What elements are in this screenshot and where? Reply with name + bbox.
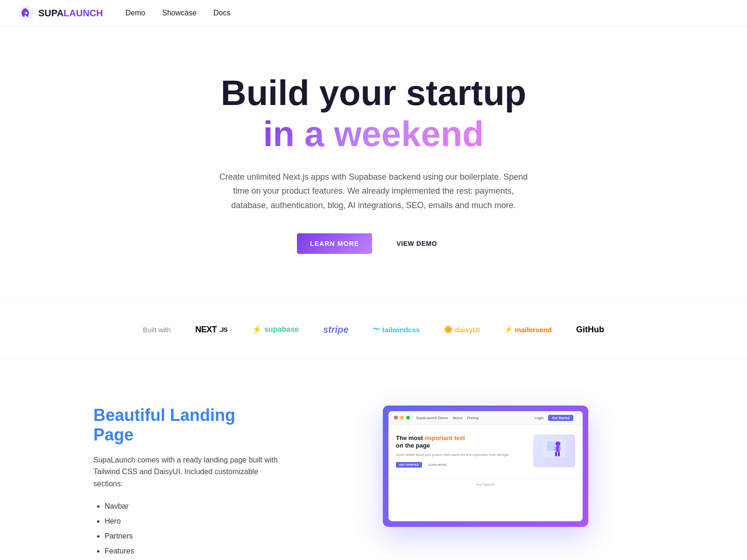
partner-supabase: ⚡ supabase xyxy=(252,324,299,335)
mockup-login: Login xyxy=(535,416,544,420)
hero-title-line1: Build your startup xyxy=(221,73,526,112)
browser-nav: SupaLaunch Demo About Pricing Login Get … xyxy=(412,415,577,421)
mockup-heading: The most important text on the page xyxy=(396,434,529,450)
browser-mockup: SupaLaunch Demo About Pricing Login Get … xyxy=(383,406,588,527)
nav-links: Demo Showcase Docs xyxy=(126,9,231,17)
svg-point-4 xyxy=(556,441,560,446)
mailersend-icon: ⚡ xyxy=(504,325,513,334)
svg-rect-7 xyxy=(558,447,560,451)
mockup-secondary-btn: LEARN MORE xyxy=(425,462,450,468)
browser-inner: SupaLaunch Demo About Pricing Login Get … xyxy=(388,411,583,521)
svg-point-1 xyxy=(25,12,28,14)
browser-content: The most important text on the page Some… xyxy=(388,425,583,477)
partner-stripe: stripe xyxy=(323,324,348,335)
features-section: Beautiful Landing Page SupaLaunch comes … xyxy=(0,368,747,560)
partner-mailersend: ⚡ mailersend xyxy=(504,325,552,334)
dot-yellow xyxy=(400,416,404,420)
mockup-cta: Get Started xyxy=(548,415,573,421)
view-demo-button[interactable]: VIEW DEMO xyxy=(383,233,450,254)
dot-green xyxy=(406,416,410,420)
hero-title-line2: in a weekend xyxy=(263,112,484,155)
learn-more-button[interactable]: LEARN MORE xyxy=(297,233,372,254)
mockup-subtext: Some details about your product that mak… xyxy=(396,453,529,457)
mockup-primary-btn: GET STARTED xyxy=(396,462,422,468)
svg-rect-9 xyxy=(558,452,560,456)
hero-buttons: LEARN MORE VIEW DEMO xyxy=(297,233,450,254)
partners-strip: Built with NEXT.JS ⚡ supabase stripe 〜 t… xyxy=(0,301,747,359)
list-item: Navbar xyxy=(105,499,280,514)
navbar: SUPALAUNCH Demo Showcase Docs xyxy=(0,0,747,27)
tailwind-icon: 〜 xyxy=(373,325,380,335)
logo-supa: SUPA xyxy=(38,8,63,18)
mockup-buttons: GET STARTED LEARN MORE xyxy=(396,462,529,468)
nav-item-demo[interactable]: Demo xyxy=(126,9,146,17)
partner-daisy: 🌼 daisyUI xyxy=(444,325,479,334)
browser-text-area: The most important text on the page Some… xyxy=(396,434,529,468)
svg-rect-8 xyxy=(555,452,557,456)
browser-illustration xyxy=(533,434,575,467)
features-list: Navbar Hero Partners Features Pricing FA… xyxy=(93,499,280,560)
nav-item-docs[interactable]: Docs xyxy=(213,9,230,17)
list-item: Hero xyxy=(105,514,280,529)
illustration-svg xyxy=(540,437,568,465)
browser-bar: SupaLaunch Demo About Pricing Login Get … xyxy=(388,411,583,425)
features-description: SupaLaunch comes with a ready landing pa… xyxy=(93,454,280,490)
partner-github: GitHub xyxy=(576,325,604,335)
mockup-pricing: Pricing xyxy=(467,416,478,420)
features-title: Beautiful Landing Page xyxy=(93,406,280,445)
list-item: Features xyxy=(105,544,280,559)
nav-item-showcase[interactable]: Showcase xyxy=(162,9,197,17)
partner-tailwind: 〜 tailwindcss xyxy=(373,325,420,335)
partner-nextjs: NEXT.JS xyxy=(195,325,227,335)
hero-section: Build your startup in a weekend Create u… xyxy=(0,27,747,291)
mockup-partner-footer: Our Partners xyxy=(388,479,583,490)
hero-description: Create unlimited Next.js apps with Supab… xyxy=(215,170,532,213)
list-item: Partners xyxy=(105,529,280,544)
mockup-about: About xyxy=(453,416,463,420)
supabase-icon: ⚡ xyxy=(252,324,262,335)
rocket-icon xyxy=(19,6,34,21)
svg-rect-6 xyxy=(555,447,557,451)
built-with-label: Built with xyxy=(143,326,171,334)
features-text: Beautiful Landing Page SupaLaunch comes … xyxy=(93,406,280,560)
features-image: SupaLaunch Demo About Pricing Login Get … xyxy=(317,406,654,527)
daisy-icon: 🌼 xyxy=(444,325,453,334)
mockup-brand: SupaLaunch Demo xyxy=(416,416,448,420)
dot-red xyxy=(394,416,398,420)
logo[interactable]: SUPALAUNCH xyxy=(19,6,103,21)
logo-launch: LAUNCH xyxy=(63,8,103,18)
